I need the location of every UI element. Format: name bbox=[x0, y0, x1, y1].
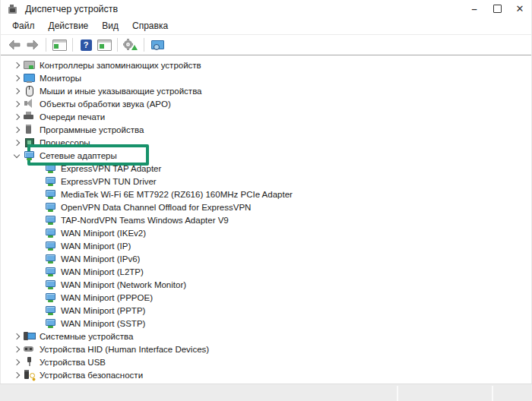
tree-item-wan-ikev2[interactable]: WAN Miniport (IKEv2) bbox=[1, 226, 531, 239]
bottom-strip bbox=[0, 384, 532, 401]
strip-divider bbox=[492, 386, 493, 401]
chevron-right-icon[interactable] bbox=[13, 139, 21, 147]
printer-icon bbox=[24, 111, 35, 122]
menu-file[interactable]: Файл bbox=[5, 21, 42, 31]
tree-item-usb-devices[interactable]: Устройства USB bbox=[1, 355, 531, 368]
strip-divider bbox=[397, 386, 398, 401]
tree-item-wan-network-monitor[interactable]: WAN Miniport (Network Monitor) bbox=[1, 278, 531, 291]
chevron-right-icon[interactable] bbox=[13, 87, 21, 95]
network-adapter-icon bbox=[24, 150, 35, 161]
minimize-button[interactable]: – bbox=[463, 0, 486, 17]
chevron-right-icon[interactable] bbox=[13, 62, 21, 69]
network-adapter-icon bbox=[45, 292, 56, 303]
tree-item-monitors[interactable]: Мониторы bbox=[1, 71, 531, 84]
scan-hardware-changes-icon[interactable] bbox=[122, 36, 140, 53]
security-icon bbox=[24, 369, 35, 380]
network-adapter-icon bbox=[45, 305, 56, 316]
tree-item-mice[interactable]: Мыши и иные указывающие устройства bbox=[1, 84, 531, 97]
audio-icon bbox=[24, 98, 35, 109]
tree-item-tap-nordvpn[interactable]: TAP-NordVPN Teams Windows Adapter V9 bbox=[1, 213, 531, 226]
toolbar-separator bbox=[117, 38, 118, 52]
title-bar: Диспетчер устройств – ✕ bbox=[1, 0, 531, 17]
chevron-right-icon[interactable] bbox=[13, 358, 21, 366]
tree-item-wan-sstp[interactable]: WAN Miniport (SSTP) bbox=[1, 317, 531, 330]
tree-item-hid-devices[interactable]: Устройства HID (Human Interface Devices) bbox=[1, 343, 531, 355]
tree-item-wan-pptp[interactable]: WAN Miniport (PPTP) bbox=[1, 304, 531, 317]
usb-icon bbox=[24, 356, 35, 368]
tree-item-audio-objects[interactable]: Объекты обработки звука (APO) bbox=[1, 97, 531, 110]
tree-item-expressvpn-tun[interactable]: ExpressVPN TUN Driver bbox=[1, 175, 531, 188]
chevron-right-icon[interactable] bbox=[13, 113, 21, 121]
tree-item-software-devices[interactable]: Программные устройства bbox=[1, 123, 531, 136]
storage-icon bbox=[24, 59, 35, 71]
chevron-right-icon[interactable] bbox=[13, 371, 21, 379]
tree-item-wan-l2tp[interactable]: WAN Miniport (L2TP) bbox=[1, 265, 531, 278]
forward-arrow-icon[interactable] bbox=[24, 36, 42, 53]
network-adapter-icon bbox=[45, 266, 56, 277]
network-adapter-icon bbox=[45, 188, 56, 200]
network-adapter-icon bbox=[45, 201, 56, 213]
close-button[interactable]: ✕ bbox=[508, 0, 531, 17]
help-icon[interactable]: ? bbox=[77, 36, 95, 53]
computer-view-icon[interactable] bbox=[148, 36, 166, 53]
menu-help[interactable]: Справка bbox=[125, 21, 175, 31]
chevron-right-icon[interactable] bbox=[13, 333, 21, 340]
monitor-icon bbox=[24, 72, 35, 84]
tree-item-system-devices[interactable]: Системные устройства bbox=[1, 330, 531, 343]
chevron-right-icon[interactable] bbox=[13, 100, 21, 108]
toolbar: ? bbox=[1, 35, 531, 55]
menu-bar: Файл Действие Вид Справка bbox=[1, 17, 531, 35]
system-icon bbox=[24, 330, 35, 342]
window-title: Диспетчер устройств bbox=[25, 4, 118, 14]
tree-item-wan-pppoe[interactable]: WAN Miniport (PPPOE) bbox=[1, 291, 531, 304]
chevron-right-icon[interactable] bbox=[13, 126, 21, 134]
mouse-icon bbox=[24, 85, 35, 96]
device-tree: Контроллеры запоминающих устройств Монит… bbox=[1, 55, 531, 384]
device-manager-window: Диспетчер устройств – ✕ Файл Действие Ви… bbox=[0, 0, 532, 401]
tree-item-storage-controllers[interactable]: Контроллеры запоминающих устройств bbox=[1, 58, 531, 71]
chevron-right-icon[interactable] bbox=[13, 346, 21, 353]
network-adapter-icon bbox=[45, 214, 56, 226]
tree-item-wan-ipv6[interactable]: WAN Miniport (IPv6) bbox=[1, 252, 531, 265]
tree-item-openvpn-offload[interactable]: OpenVPN Data Channel Offload for Express… bbox=[1, 200, 531, 213]
device-manager-app-icon bbox=[8, 4, 19, 14]
tree-item-mediatek-wifi[interactable]: MediaTek Wi-Fi 6E MT7922 (RZ616) 160MHz … bbox=[1, 188, 531, 200]
hid-icon bbox=[24, 343, 35, 355]
network-adapter-icon bbox=[45, 279, 56, 290]
tree-item-network-adapters[interactable]: Сетевые адаптеры bbox=[1, 149, 531, 162]
chevron-right-icon[interactable] bbox=[13, 74, 21, 82]
toolbar-separator bbox=[72, 38, 73, 52]
toolbar-separator bbox=[144, 38, 144, 52]
network-adapter-icon bbox=[45, 175, 56, 187]
maximize-button[interactable] bbox=[486, 0, 508, 17]
menu-action[interactable]: Действие bbox=[42, 21, 96, 31]
software-icon bbox=[24, 124, 35, 135]
toolbar-separator bbox=[46, 38, 46, 52]
back-arrow-icon[interactable] bbox=[5, 36, 24, 53]
maximize-icon bbox=[493, 5, 502, 13]
show-action-pane-icon[interactable] bbox=[95, 36, 113, 53]
network-adapter-icon bbox=[45, 253, 56, 264]
network-adapter-icon bbox=[45, 240, 56, 251]
menu-view[interactable]: Вид bbox=[95, 21, 125, 31]
chevron-down-icon[interactable] bbox=[13, 152, 21, 159]
tree-item-print-queues[interactable]: Очереди печати bbox=[1, 110, 531, 123]
network-adapter-icon bbox=[45, 317, 56, 329]
tree-item-security-devices[interactable]: Устройства безопасности bbox=[1, 368, 531, 381]
tree-item-wan-ip[interactable]: WAN Miniport (IP) bbox=[1, 239, 531, 252]
network-adapter-icon bbox=[45, 227, 56, 238]
show-console-tree-icon[interactable] bbox=[50, 36, 68, 53]
